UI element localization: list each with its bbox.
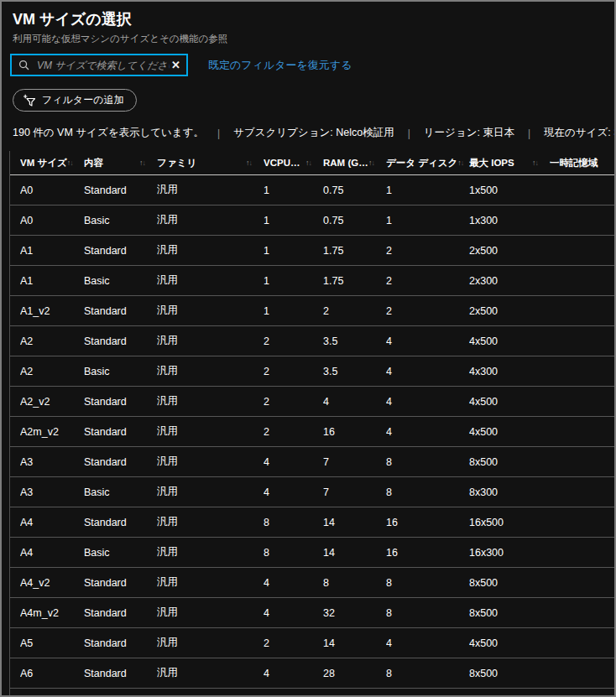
cell-description: Standard: [84, 637, 157, 649]
table-row[interactable]: A6Standard汎用42888x500: [10, 658, 616, 689]
sort-arrows-icon[interactable]: ↑↓: [305, 159, 311, 167]
cell-vm_size: A0: [20, 215, 84, 226]
cell-vcpus: 2: [264, 396, 323, 408]
cell-ram_gb: 16: [323, 426, 386, 438]
cell-vm_size: A1: [20, 245, 84, 257]
sort-arrows-icon[interactable]: ↑↓: [368, 159, 374, 167]
cell-ram_gb: 14: [323, 547, 386, 559]
funnel-plus-icon: [23, 94, 37, 107]
cell-vcpus: 4: [264, 486, 323, 498]
cell-description: Basic: [84, 547, 157, 559]
cell-vcpus: 1: [264, 275, 323, 287]
cell-vcpus: 8: [264, 547, 323, 559]
table-row[interactable]: A4Basic汎用8141616x300: [10, 538, 616, 568]
search-box[interactable]: ✕: [10, 54, 188, 76]
table-row[interactable]: A2_v2Standard汎用2444x500: [10, 387, 616, 417]
table-row[interactable]: A2Basic汎用23.544x300: [10, 356, 616, 387]
cell-family: 汎用: [157, 575, 264, 590]
table-row[interactable]: A5Standard汎用21444x500: [10, 628, 616, 658]
cell-max_iops: 2x500: [469, 245, 550, 257]
cell-data_disks: 4: [386, 366, 469, 377]
search-icon: [18, 60, 29, 70]
sort-arrows-icon[interactable]: ↑↓: [67, 159, 73, 167]
table-row[interactable]: A2Standard汎用23.544x500: [10, 326, 616, 356]
table-row[interactable]: A4_v2Standard汎用4888x500: [10, 568, 616, 598]
search-input[interactable]: [35, 59, 171, 72]
cell-family: 汎用: [157, 455, 264, 469]
column-header-family[interactable]: ファミリ↑↓: [157, 157, 264, 169]
table-row[interactable]: A1Basic汎用11.7522x300: [10, 266, 616, 296]
column-header-vm_size[interactable]: VM サイズ↑↓: [20, 157, 84, 169]
cell-vm_size: A2_v2: [20, 396, 84, 408]
cell-family: 汎用: [157, 394, 264, 408]
column-label: 最大 IOPS: [469, 157, 514, 169]
result-count-text: 190 件の VM サイズを表示しています。: [13, 126, 204, 140]
cell-vcpus: 8: [264, 517, 323, 528]
column-label: データ ディスク: [386, 157, 457, 169]
cell-max_iops: 4x500: [469, 335, 550, 347]
panel-header: VM サイズの選択 利用可能な仮想マシンのサイズとその機能の参照: [2, 2, 614, 45]
cell-vm_size: A6: [20, 668, 84, 679]
add-filter-button[interactable]: フィルターの追加: [13, 89, 137, 112]
column-header-ram_gb[interactable]: RAM (G…↑↓: [323, 158, 386, 168]
cell-description: Basic: [84, 366, 157, 377]
region-filter-text: リージョン: 東日本: [424, 126, 514, 140]
cell-data_disks: 8: [386, 486, 469, 498]
cell-vcpus: 1: [264, 305, 323, 317]
sort-arrows-icon[interactable]: ↑↓: [139, 159, 145, 167]
cell-max_iops: 1x300: [469, 215, 550, 226]
cell-description: Standard: [84, 517, 157, 528]
cell-data_disks: 16: [386, 547, 469, 559]
cell-vcpus: 4: [264, 577, 323, 589]
cell-max_iops: 16x300: [469, 547, 550, 559]
table-row[interactable]: A0Basic汎用10.7511x300: [10, 205, 616, 236]
sort-arrows-icon[interactable]: ↑↓: [532, 159, 538, 167]
sort-arrows-icon[interactable]: ↑↓: [457, 159, 463, 167]
search-row: ✕ 既定のフィルターを復元する: [10, 54, 614, 76]
cell-vm_size: A2m_v2: [20, 426, 84, 438]
column-header-vcpus[interactable]: VCPU…↑↓: [264, 158, 323, 168]
cell-vm_size: A4: [20, 517, 84, 528]
cell-description: Standard: [84, 305, 157, 317]
table-row[interactable]: A0Standard汎用10.7511x500: [10, 175, 616, 205]
cell-data_disks: 8: [386, 577, 469, 589]
table-row[interactable]: A4Standard汎用8141616x500: [10, 507, 616, 538]
cell-data_disks: 1: [386, 185, 469, 196]
cell-max_iops: 4x500: [469, 426, 550, 438]
cell-data_disks: 8: [386, 607, 469, 619]
cell-vcpus: 1: [264, 185, 323, 196]
cell-description: Standard: [84, 185, 157, 196]
table-row[interactable]: A1_v2Standard汎用1222x500: [10, 296, 616, 326]
column-label: VCPU…: [264, 158, 300, 168]
column-header-max_iops[interactable]: 最大 IOPS↑↓: [469, 157, 550, 169]
vm-size-table: VM サイズ↑↓内容↑↓ファミリ↑↓VCPU…↑↓RAM (G…↑↓データ ディ…: [9, 151, 616, 697]
cell-max_iops: 1x500: [469, 185, 550, 196]
cell-family: 汎用: [157, 606, 264, 620]
page-subtitle: 利用可能な仮想マシンのサイズとその機能の参照: [13, 33, 603, 45]
table-row[interactable]: A3Standard汎用4788x500: [10, 447, 616, 477]
cell-ram_gb: 1.75: [323, 245, 386, 257]
cell-vm_size: A2: [20, 335, 84, 347]
cell-data_disks: 2: [386, 305, 469, 317]
cell-family: 汎用: [157, 424, 264, 439]
cell-family: 汎用: [157, 183, 264, 197]
cell-data_disks: 2: [386, 275, 469, 287]
cell-ram_gb: 7: [323, 456, 386, 468]
table-row[interactable]: A7Standard汎用8561616x500: [10, 689, 616, 697]
table-row[interactable]: A4m_v2Standard汎用43288x500: [10, 598, 616, 628]
restore-default-filters-link[interactable]: 既定のフィルターを復元する: [208, 58, 352, 73]
cell-ram_gb: 3.5: [323, 335, 386, 347]
cell-max_iops: 8x500: [469, 668, 550, 679]
clear-search-icon[interactable]: ✕: [171, 60, 180, 70]
cell-ram_gb: 3.5: [323, 366, 386, 377]
table-row[interactable]: A2m_v2Standard汎用21644x500: [10, 417, 616, 447]
sort-arrows-icon[interactable]: ↑↓: [246, 159, 252, 167]
column-header-data_disks[interactable]: データ ディスク↑↓: [386, 157, 469, 169]
cell-vcpus: 2: [264, 426, 323, 438]
cell-description: Standard: [84, 456, 157, 468]
status-bar: 190 件の VM サイズを表示しています。 | サブスクリプション: Nelc…: [13, 126, 614, 140]
table-row[interactable]: A1Standard汎用11.7522x500: [10, 236, 616, 266]
cell-family: 汎用: [157, 273, 264, 288]
table-row[interactable]: A3Basic汎用4788x300: [10, 477, 616, 507]
column-header-description[interactable]: 内容↑↓: [84, 157, 157, 169]
